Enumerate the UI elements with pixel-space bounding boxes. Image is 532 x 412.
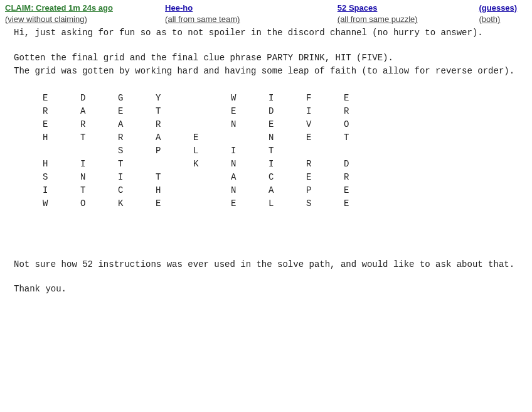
grid-cell: K (118, 197, 156, 210)
same-puzzle-link[interactable]: (all from same puzzle) (338, 14, 479, 25)
grid-cell: E (193, 131, 231, 144)
paragraph-grid-desc: Gotten the final grid and the final clue… (14, 52, 527, 78)
grid-cell: W (231, 92, 269, 105)
grid-cell: E (231, 105, 269, 118)
paragraph-thanks: Thank you. (14, 283, 527, 296)
grid-cell: R (43, 105, 80, 118)
view-without-claiming-link[interactable]: (view without claiming) (5, 14, 165, 25)
grid-cell: N (80, 171, 118, 184)
grid-cell (193, 197, 231, 210)
grid-cell: D (344, 158, 381, 171)
grid-cell: A (231, 171, 269, 184)
grid-row: SPLIT (43, 144, 527, 158)
grid-cell: R (118, 131, 156, 144)
grid-cell: E (269, 118, 306, 131)
grid-cell: K (193, 158, 231, 171)
claim-link[interactable]: CLAIM: Created 1m 24s ago (5, 3, 165, 14)
grid-cell: G (118, 92, 156, 105)
grid-row: WOKEELSE (43, 197, 527, 210)
grid-cell (231, 131, 269, 144)
team-link[interactable]: Hee-ho (165, 3, 338, 14)
grid-cell: I (80, 158, 118, 171)
grid-cell: I (43, 184, 80, 197)
grid-cell: S (118, 144, 156, 158)
grid-cell: S (306, 197, 344, 210)
grid-cell: H (43, 158, 80, 171)
grid-cell: T (156, 105, 193, 118)
grid-cell: A (118, 118, 156, 131)
grid-cell: T (80, 184, 118, 197)
grid-cell: L (193, 144, 231, 158)
both-link[interactable]: (both) (479, 14, 527, 25)
grid-cell: N (231, 158, 269, 171)
guesses-link[interactable]: (guesses) (479, 3, 527, 14)
grid-cell (80, 144, 118, 158)
grid-cell (193, 118, 231, 131)
grid-cell: N (231, 184, 269, 197)
header-row: CLAIM: Created 1m 24s ago Hee-ho 52 Spac… (5, 3, 527, 14)
grid-cell: O (344, 118, 381, 131)
grid-cell: H (43, 131, 80, 144)
grid-cell: P (306, 184, 344, 197)
grid-cell (193, 105, 231, 118)
grid-cell: R (80, 118, 118, 131)
paragraph-question: Not sure how 52 instructions was ever us… (14, 258, 527, 271)
grid-cell: T (118, 158, 156, 171)
grid-row: EDGYWIFE (43, 92, 527, 105)
grid-cell (156, 158, 193, 171)
grid-cell: E (231, 197, 269, 210)
grid-cell: N (231, 118, 269, 131)
puzzle-link[interactable]: 52 Spaces (338, 3, 479, 14)
grid-cell: E (43, 118, 80, 131)
grid-row: HTRAENET (43, 131, 527, 144)
grid-cell: A (156, 131, 193, 144)
grid-cell: V (306, 118, 344, 131)
grid-cell: W (43, 197, 80, 210)
grid-cell: E (344, 92, 381, 105)
grid-row: HITKNIRD (43, 158, 527, 171)
grid-cell: T (156, 171, 193, 184)
subheader-row: (view without claiming) (all from same t… (5, 14, 527, 25)
grid-cell: R (156, 118, 193, 131)
grid-cell: E (156, 197, 193, 210)
grid-cell: O (80, 197, 118, 210)
grid-cell: T (269, 144, 306, 158)
grid-cell: A (269, 184, 306, 197)
grid-cell (193, 92, 231, 105)
grid-cell: N (269, 131, 306, 144)
grid-row: ITCHNAPE (43, 184, 527, 197)
letter-grid: EDGYWIFERAETEDIRERARNEVOHTRAENETSPLITHIT… (43, 92, 527, 210)
grid-cell: E (118, 105, 156, 118)
grid-cell: I (269, 158, 306, 171)
grid-cell: R (306, 158, 344, 171)
grid-cell: E (306, 171, 344, 184)
grid-cell (193, 171, 231, 184)
grid-cell: E (344, 184, 381, 197)
grid-cell: S (43, 171, 80, 184)
grid-cell: P (156, 144, 193, 158)
grid-cell: I (269, 92, 306, 105)
grid-cell: C (118, 184, 156, 197)
grid-cell: L (269, 197, 306, 210)
grid-cell: T (80, 131, 118, 144)
grid-cell: E (43, 92, 80, 105)
grid-cell: Y (156, 92, 193, 105)
grid-cell: D (269, 105, 306, 118)
grid-cell: A (80, 105, 118, 118)
paragraph-intro: Hi, just asking for fun so as to not spo… (14, 26, 527, 40)
grid-cell: I (118, 171, 156, 184)
grid-row: ERARNEVO (43, 118, 527, 131)
grid-cell: E (344, 197, 381, 210)
grid-row: RAETEDIR (43, 105, 527, 118)
grid-cell: R (344, 171, 381, 184)
grid-cell (193, 184, 231, 197)
grid-cell: I (231, 144, 269, 158)
grid-cell: E (306, 131, 344, 144)
grid-cell: T (344, 131, 381, 144)
same-team-link[interactable]: (all from same team) (165, 14, 338, 25)
grid-cell: D (80, 92, 118, 105)
grid-cell (43, 144, 80, 158)
grid-cell: C (269, 171, 306, 184)
grid-cell: I (306, 105, 344, 118)
grid-row: SNITACER (43, 171, 527, 184)
